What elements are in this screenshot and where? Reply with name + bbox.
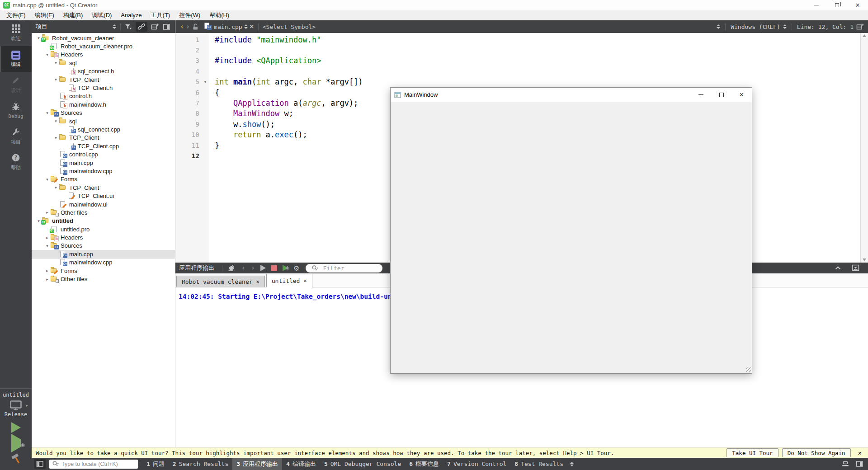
rerun-icon[interactable] — [260, 265, 266, 271]
split-editor-icon[interactable] — [856, 23, 864, 30]
menu-e[interactable]: 编辑(E) — [30, 11, 59, 19]
statusbar-pane-8[interactable]: 8Test Results — [510, 458, 567, 470]
take-ui-tour-button[interactable]: Take UI Tour — [726, 448, 778, 457]
project-panel-title[interactable]: 项目 — [36, 23, 47, 31]
clear-output-icon[interactable] — [228, 264, 236, 272]
line-ending-selector[interactable]: Windows (CRLF) — [731, 24, 780, 30]
mode-editdoc[interactable]: 编辑 — [0, 46, 32, 72]
go-back-icon[interactable]: ‹ — [180, 23, 184, 31]
tree-item-sql[interactable]: ▾sql — [32, 59, 175, 67]
run-button[interactable] — [11, 422, 21, 433]
encoding-dropdown-icon[interactable] — [717, 24, 720, 29]
settings-gear-icon[interactable]: ⚙ — [293, 265, 299, 272]
debug-run-button[interactable] — [11, 439, 21, 447]
expand-arrow-icon[interactable]: ▾ — [52, 136, 59, 140]
infobar-close-icon[interactable]: ✕ — [854, 449, 865, 456]
fold-marker-icon[interactable]: ▾ — [202, 80, 209, 84]
mainwindow-maximize-button[interactable] — [711, 88, 731, 102]
tree-item-sql_connect.cpp[interactable]: C+sql_connect.cpp — [32, 125, 175, 133]
tree-item-Robot_vacuum_cleaner.pro[interactable]: QtRobot_vacuum_cleaner.pro — [32, 42, 175, 50]
tree-item-control.cpp[interactable]: C+control.cpp — [32, 150, 175, 158]
scroll-down-icon[interactable] — [863, 258, 866, 261]
do-not-show-again-button[interactable]: Do Not Show Again — [782, 448, 851, 457]
statusbar-pane-3[interactable]: 3应用程序输出 — [232, 458, 282, 470]
mainwindow-close-button[interactable]: ✕ — [731, 88, 752, 102]
close-button[interactable]: ✕ — [847, 0, 868, 10]
mode-bug[interactable]: Debug — [0, 98, 32, 123]
tree-item-Headers[interactable]: ▾hHeaders — [32, 51, 175, 59]
statusbar-pane-4[interactable]: 4编译输出 — [282, 458, 320, 470]
close-panel-icon[interactable] — [163, 24, 170, 30]
menu-h[interactable]: 帮助(H) — [205, 11, 234, 19]
mode-wrench[interactable]: 项目 — [0, 123, 32, 149]
tree-item-mainwindow.cpp[interactable]: C+mainwindow.cpp — [32, 167, 175, 175]
maximize-output-pane-icon[interactable] — [834, 265, 842, 271]
statusbar-pane-1[interactable]: 1问题 — [142, 458, 169, 470]
scroll-up-icon[interactable] — [863, 34, 866, 37]
tree-item-TCP_Client[interactable]: ▾TCP_Client — [32, 134, 175, 142]
tree-item-main.cpp[interactable]: C+main.cpp — [32, 250, 175, 258]
mode-pencil[interactable]: 设计 — [0, 72, 32, 98]
menu-t[interactable]: 工具(T) — [146, 11, 175, 19]
expand-arrow-icon[interactable]: ▸ — [44, 235, 51, 240]
symbol-selector[interactable]: <Select Symbol> — [263, 24, 316, 30]
expand-arrow-icon[interactable]: ▸ — [44, 268, 51, 273]
open-file-name[interactable]: main.cpp — [214, 24, 242, 30]
mainwindow-minimize-button[interactable] — [691, 88, 711, 102]
tree-item-Other files[interactable]: ▸Other files — [32, 208, 175, 216]
tree-item-mainwindow.ui[interactable]: mainwindow.ui — [32, 200, 175, 208]
tree-item-Robot_vacuum_cleaner[interactable]: ▾QtRobot_vacuum_cleaner — [32, 34, 175, 42]
attach-debugger-icon[interactable] — [283, 265, 288, 271]
tree-item-Sources[interactable]: ▾C+Sources — [32, 242, 175, 250]
output-panes-dropdown-icon[interactable] — [570, 462, 574, 466]
statusbar-pane-2[interactable]: 2Search Results — [169, 458, 232, 470]
kit-target-icon[interactable]: ▸ — [9, 400, 22, 411]
line-ending-dropdown-icon[interactable] — [783, 24, 787, 29]
restore-button[interactable] — [826, 0, 847, 10]
close-output-pane-icon[interactable] — [852, 264, 859, 272]
statusbar-pane-6[interactable]: 6概要信息 — [405, 458, 443, 470]
expand-arrow-icon[interactable]: ▾ — [44, 52, 51, 57]
build-progress-icon[interactable] — [841, 461, 849, 467]
tree-item-TCP_Client.cpp[interactable]: C+TCP_Client.cpp — [32, 142, 175, 150]
tree-item-TCP_Client[interactable]: ▾TCP_Client — [32, 75, 175, 84]
close-tab-icon[interactable]: ✕ — [303, 277, 307, 284]
split-panel-icon[interactable] — [151, 23, 159, 30]
statusbar-pane-5[interactable]: 5QML Debugger Console — [320, 458, 405, 470]
statusbar-pane-7[interactable]: 7Version Control — [443, 458, 510, 470]
kit-selector[interactable]: untitled▸Release — [0, 388, 32, 468]
resize-grip[interactable] — [746, 367, 751, 372]
tree-item-Sources[interactable]: ▾C+Sources — [32, 109, 175, 117]
output-filter-box[interactable] — [306, 264, 382, 273]
tree-item-Forms[interactable]: ▾Forms — [32, 175, 175, 183]
next-item-icon[interactable]: › — [251, 264, 255, 272]
tree-item-TCP_Client.ui[interactable]: TCP_Client.ui — [32, 192, 175, 200]
sync-with-editor-icon[interactable] — [136, 22, 147, 32]
tree-item-Other files[interactable]: ▸Other files — [32, 275, 175, 283]
expand-arrow-icon[interactable]: ▾ — [52, 119, 59, 123]
build-button[interactable] — [10, 453, 22, 467]
expand-arrow-icon[interactable]: ▾ — [52, 61, 59, 65]
locator-box[interactable] — [49, 460, 138, 469]
minimize-button[interactable] — [806, 0, 826, 10]
tree-item-Forms[interactable]: ▸Forms — [32, 267, 175, 275]
toggle-left-sidebar-icon[interactable] — [34, 459, 46, 469]
expand-arrow-icon[interactable]: ▾ — [44, 244, 51, 248]
output-tab-untitled[interactable]: untitled✕ — [266, 274, 312, 287]
mode-grid[interactable]: 欢迎 — [0, 20, 32, 46]
expand-arrow-icon[interactable]: ▸ — [44, 210, 51, 215]
mode-help[interactable]: ?帮助 — [0, 149, 32, 175]
output-tab-Robot_vacuum_cleaner[interactable]: Robot_vacuum_cleaner✕ — [176, 276, 265, 287]
tree-item-untitled[interactable]: ▾Qtuntitled — [32, 217, 175, 225]
filter-icon[interactable] — [125, 24, 132, 30]
tree-item-mainwindow.h[interactable]: hmainwindow.h — [32, 100, 175, 108]
tree-item-mainwindow.cpp[interactable]: C+mainwindow.cpp — [32, 258, 175, 267]
tree-item-control.h[interactable]: hcontrol.h — [32, 92, 175, 100]
tree-item-Headers[interactable]: ▸hHeaders — [32, 233, 175, 241]
toggle-right-sidebar-icon[interactable] — [856, 461, 863, 467]
menu-f[interactable]: 文件(F) — [2, 11, 30, 19]
menu-d[interactable]: 调试(D) — [87, 11, 116, 19]
document-dropdown-icon[interactable] — [244, 24, 248, 29]
output-filter-input[interactable] — [323, 265, 373, 272]
tree-item-sql[interactable]: ▾sql — [32, 117, 175, 125]
